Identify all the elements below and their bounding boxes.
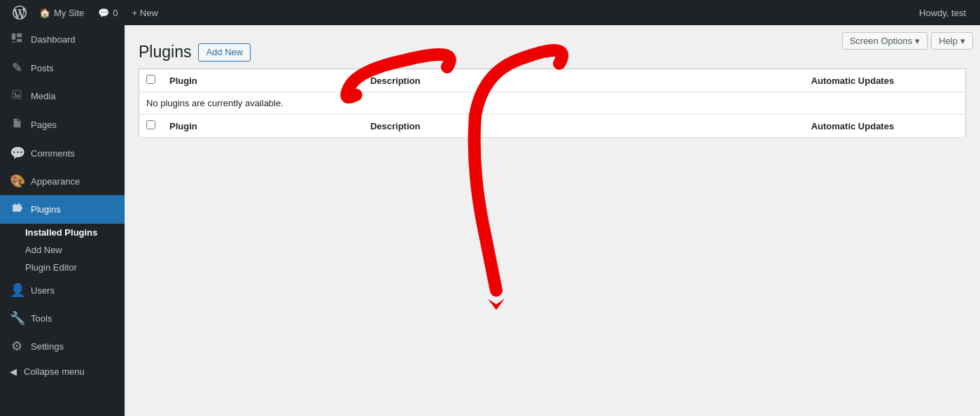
select-all-checkbox[interactable] bbox=[146, 75, 155, 84]
main-wrap: Dashboard ✎ Posts Media Pages 💬 Comments… bbox=[0, 25, 980, 416]
comments-count: 0 bbox=[113, 8, 118, 18]
sidebar-item-dashboard[interactable]: Dashboard bbox=[0, 25, 125, 54]
posts-label: Posts bbox=[31, 63, 54, 73]
auto-updates-column-header: Automatic Updates bbox=[804, 69, 966, 92]
select-all-header bbox=[139, 69, 163, 92]
select-all-footer-checkbox[interactable] bbox=[146, 120, 155, 129]
help-button[interactable]: Help ▾ bbox=[931, 32, 973, 50]
description-column-header: Description bbox=[363, 69, 804, 92]
sidebar-item-tools[interactable]: 🔧 Tools bbox=[0, 304, 125, 332]
appearance-label: Appearance bbox=[31, 176, 80, 187]
media-icon bbox=[10, 88, 24, 104]
help-label: Help bbox=[939, 36, 958, 46]
sidebar-item-settings[interactable]: ⚙ Settings bbox=[0, 332, 125, 360]
posts-icon: ✎ bbox=[10, 60, 24, 76]
appearance-icon: 🎨 bbox=[10, 173, 24, 189]
screen-options-label: Screen Options bbox=[850, 36, 913, 46]
submenu-plugin-editor[interactable]: Plugin Editor bbox=[0, 259, 125, 276]
dashboard-label: Dashboard bbox=[31, 34, 76, 45]
howdy-text: Howdy, test bbox=[912, 8, 973, 18]
table-footer-row: Plugin Description Automatic Updates bbox=[139, 115, 966, 138]
description-column-footer: Description bbox=[363, 115, 804, 138]
wp-logo[interactable] bbox=[7, 0, 32, 25]
auto-updates-column-footer: Automatic Updates bbox=[804, 115, 966, 138]
table-foot: Plugin Description Automatic Updates bbox=[139, 115, 966, 138]
admin-menu: Dashboard ✎ Posts Media Pages 💬 Comments… bbox=[0, 25, 125, 416]
comments-icon: 💬 bbox=[98, 8, 109, 18]
screen-options-button[interactable]: Screen Options ▾ bbox=[842, 32, 928, 50]
svg-marker-0 bbox=[488, 299, 505, 310]
screen-options-chevron: ▾ bbox=[915, 36, 920, 46]
table-body: No plugins are currently available. bbox=[139, 92, 966, 115]
page-title: Plugins bbox=[139, 43, 191, 62]
home-icon: 🏠 bbox=[39, 8, 50, 18]
media-label: Media bbox=[31, 91, 55, 101]
plugin-column-footer: Plugin bbox=[162, 115, 363, 138]
submenu-installed-plugins[interactable]: Installed Plugins bbox=[0, 224, 125, 241]
plugins-label: Plugins bbox=[31, 204, 61, 215]
collapse-icon: ◀ bbox=[10, 366, 17, 377]
admin-bar: 🏠 My Site 💬 0 + New Howdy, test bbox=[0, 0, 980, 25]
plugins-icon bbox=[10, 201, 24, 217]
sidebar-item-plugins[interactable]: Plugins bbox=[0, 195, 125, 224]
no-plugins-message: No plugins are currently available. bbox=[139, 92, 966, 115]
table-header-row: Plugin Description Automatic Updates bbox=[139, 69, 966, 92]
sidebar-item-appearance[interactable]: 🎨 Appearance bbox=[0, 167, 125, 195]
settings-icon: ⚙ bbox=[10, 338, 24, 354]
page-content: Screen Options ▾ Help ▾ Plugins Add New … bbox=[125, 25, 980, 416]
table-head: Plugin Description Automatic Updates bbox=[139, 69, 966, 92]
sidebar-item-posts[interactable]: ✎ Posts bbox=[0, 54, 125, 82]
tools-label: Tools bbox=[31, 313, 52, 324]
new-label: + New bbox=[132, 8, 158, 18]
sidebar-item-pages[interactable]: Pages bbox=[0, 110, 125, 139]
comments-menu-icon: 💬 bbox=[10, 145, 24, 161]
pages-label: Pages bbox=[31, 120, 57, 130]
comments-link[interactable]: 💬 0 bbox=[91, 0, 125, 25]
tools-icon: 🔧 bbox=[10, 310, 24, 326]
plugins-table: Plugin Description Automatic Updates No … bbox=[139, 69, 966, 138]
help-chevron: ▾ bbox=[960, 36, 965, 46]
no-plugins-row: No plugins are currently available. bbox=[139, 92, 966, 115]
my-site-link[interactable]: 🏠 My Site bbox=[32, 0, 91, 25]
sidebar-item-media[interactable]: Media bbox=[0, 82, 125, 110]
sidebar-item-users[interactable]: 👤 Users bbox=[0, 276, 125, 304]
settings-label: Settings bbox=[31, 341, 64, 352]
pages-icon bbox=[10, 117, 24, 133]
collapse-menu[interactable]: ◀ Collapse menu bbox=[0, 360, 125, 383]
collapse-label: Collapse menu bbox=[24, 366, 85, 377]
users-label: Users bbox=[31, 285, 55, 296]
comments-label: Comments bbox=[31, 148, 75, 159]
new-content-link[interactable]: + New bbox=[125, 0, 165, 25]
dashboard-icon bbox=[10, 31, 24, 48]
users-icon: 👤 bbox=[10, 282, 24, 298]
plugin-column-header: Plugin bbox=[162, 69, 363, 92]
my-site-label: My Site bbox=[54, 8, 84, 18]
add-new-button[interactable]: Add New bbox=[198, 43, 251, 62]
submenu-add-new[interactable]: Add New bbox=[0, 241, 125, 259]
plugins-submenu: Installed Plugins Add New Plugin Editor bbox=[0, 224, 125, 276]
select-all-footer bbox=[139, 115, 163, 138]
adminbar-right: Howdy, test bbox=[912, 8, 973, 18]
screen-options-wrap: Screen Options ▾ Help ▾ bbox=[842, 32, 973, 50]
sidebar-item-comments[interactable]: 💬 Comments bbox=[0, 139, 125, 167]
